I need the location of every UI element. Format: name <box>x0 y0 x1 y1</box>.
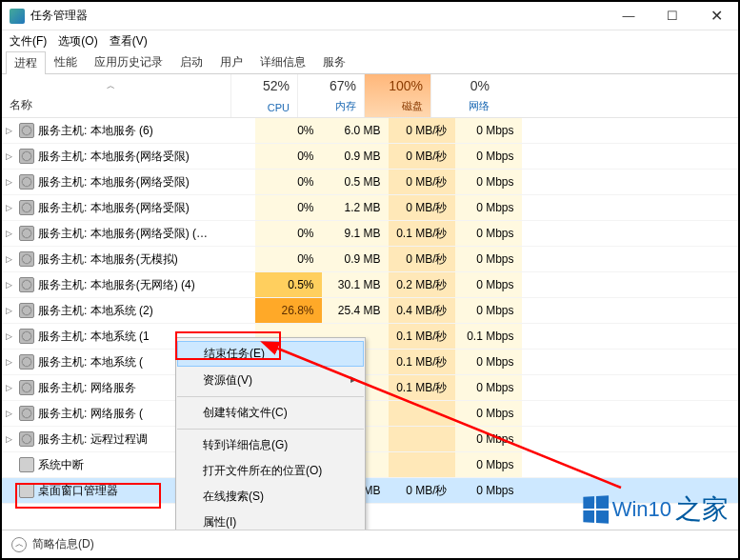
cell-network: 0 Mbps <box>455 401 522 426</box>
expand-icon[interactable]: ▷ <box>2 306 15 315</box>
column-headers: ︿ 名称 52%CPU67%内存100%磁盘0%网络 <box>2 74 738 118</box>
expand-icon[interactable]: ▷ <box>2 203 15 212</box>
titlebar: 任务管理器 — ☐ ✕ <box>2 2 738 30</box>
process-row[interactable]: ▷服务主机: 本地服务(网络受限)0%0.5 MB0 MB/秒0 Mbps <box>2 170 738 195</box>
menu-item[interactable]: 转到详细信息(G) <box>176 432 365 458</box>
cell-cpu: 0% <box>255 195 322 220</box>
cell-network: 0 Mbps <box>455 247 522 271</box>
process-row[interactable]: ▷服务主机: 本地服务(网络受限)0%1.2 MB0 MB/秒0 Mbps <box>2 195 738 221</box>
expand-icon[interactable]: ▷ <box>2 331 15 341</box>
expand-icon[interactable]: ▷ <box>2 357 15 367</box>
process-icon <box>19 277 34 292</box>
maximize-button[interactable]: ☐ <box>650 2 694 30</box>
column-metric-网络[interactable]: 0%网络 <box>430 74 497 117</box>
process-icon <box>19 406 34 421</box>
process-icon <box>19 200 34 215</box>
cell-cpu: 0% <box>255 118 322 143</box>
menu-item[interactable]: 在线搜索(S) <box>176 484 365 510</box>
expand-icon[interactable]: ▷ <box>2 229 15 238</box>
expand-icon[interactable]: ▷ <box>2 383 15 392</box>
footer: ︿ 简略信息(D) <box>2 530 738 558</box>
process-row[interactable]: ▷服务主机: 本地系统 (10.1 MB/秒0.1 Mbps <box>2 324 738 350</box>
windows-logo-icon <box>583 495 609 524</box>
process-row[interactable]: ▷服务主机: 远程过程调0 Mbps <box>2 427 738 452</box>
cell-network: 0 Mbps <box>455 375 522 400</box>
cell-network: 0 Mbps <box>455 452 522 477</box>
tab-6[interactable]: 服务 <box>314 50 354 73</box>
process-row[interactable]: ▷服务主机: 本地服务 (6)0%6.0 MB0 MB/秒0 Mbps <box>2 118 738 144</box>
tab-4[interactable]: 用户 <box>211 50 251 73</box>
process-icon <box>19 251 34 267</box>
cell-memory: 1.2 MB <box>322 195 389 220</box>
cell-network: 0 Mbps <box>455 195 522 220</box>
menu-item[interactable]: 资源值(V) <box>176 368 365 393</box>
process-row[interactable]: ▷服务主机: 本地服务(网络受限) (…0%9.1 MB0.1 MB/秒0 Mb… <box>2 221 738 247</box>
column-metric-内存[interactable]: 67%内存 <box>297 74 364 117</box>
process-row[interactable]: ▷服务主机: 网络服务0.1 MB/秒0 Mbps <box>2 375 738 401</box>
process-icon <box>19 431 34 447</box>
cell-network: 0 Mbps <box>455 118 522 143</box>
process-icon <box>19 354 34 370</box>
column-name[interactable]: ︿ 名称 <box>2 74 230 117</box>
cell-network: 0 Mbps <box>455 144 522 169</box>
cell-memory: 30.1 MB <box>322 272 389 297</box>
cell-cpu: 0% <box>255 170 322 194</box>
tab-5[interactable]: 详细信息 <box>251 50 314 73</box>
expand-icon[interactable]: ▷ <box>2 151 15 161</box>
menu-item[interactable]: 结束任务(E) <box>177 341 364 367</box>
minimize-button[interactable]: — <box>607 2 650 30</box>
process-name: 服务主机: 本地服务(网络受限) (… <box>38 226 255 242</box>
column-metric-CPU[interactable]: 52%CPU <box>230 74 297 117</box>
menu-file[interactable]: 文件(F) <box>10 33 47 50</box>
column-name-label: 名称 <box>10 97 32 113</box>
process-name: 服务主机: 本地系统 (2) <box>38 303 255 319</box>
watermark-text2: 之家 <box>675 491 729 528</box>
expand-icon[interactable]: ▷ <box>2 434 15 444</box>
process-row[interactable]: ▷服务主机: 本地服务(无网络) (4)0.5%30.1 MB0.2 MB/秒0… <box>2 272 738 298</box>
menu-view[interactable]: 查看(V) <box>110 33 148 50</box>
window-title: 任务管理器 <box>30 8 88 24</box>
process-row[interactable]: ▷服务主机: 网络服务 (0 Mbps <box>2 401 738 427</box>
process-name: 服务主机: 本地服务(网络受限) <box>38 200 255 216</box>
context-menu: 结束任务(E)资源值(V)创建转储文件(C)转到详细信息(G)打开文件所在的位置… <box>175 337 366 538</box>
cell-disk <box>389 427 455 451</box>
cell-network: 0 Mbps <box>455 272 522 297</box>
footer-label[interactable]: 简略信息(D) <box>32 536 94 552</box>
cell-network: 0 Mbps <box>455 478 522 503</box>
process-name: 服务主机: 本地服务(无模拟) <box>38 251 255 268</box>
close-button[interactable]: ✕ <box>694 2 738 30</box>
expand-icon[interactable]: ▷ <box>2 409 15 418</box>
expand-icon[interactable]: ▷ <box>2 254 15 264</box>
menubar: 文件(F) 选项(O) 查看(V) <box>2 30 738 51</box>
expand-icon[interactable]: ▷ <box>2 126 15 135</box>
cell-network: 0 Mbps <box>455 170 522 194</box>
cell-disk: 0 MB/秒 <box>389 247 455 271</box>
menu-item[interactable]: 创建转储文件(C) <box>176 400 365 426</box>
process-icon <box>19 303 34 318</box>
cell-memory: 0.5 MB <box>322 170 389 194</box>
expand-icon[interactable]: ▷ <box>2 280 15 290</box>
cell-network: 0 Mbps <box>455 350 522 374</box>
cell-cpu: 0% <box>255 221 322 246</box>
process-icon <box>19 380 34 395</box>
tab-2[interactable]: 应用历史记录 <box>86 50 171 73</box>
tab-0[interactable]: 进程 <box>6 51 46 74</box>
tabs: 进程性能应用历史记录启动用户详细信息服务 <box>2 51 738 74</box>
tab-3[interactable]: 启动 <box>171 50 211 73</box>
chevron-up-icon[interactable]: ︿ <box>11 537 27 552</box>
cell-cpu: 0% <box>255 247 322 271</box>
process-row[interactable]: ▷服务主机: 本地系统 (0.1 MB/秒0 Mbps <box>2 350 738 375</box>
column-metric-磁盘[interactable]: 100%磁盘 <box>364 74 430 117</box>
menu-item[interactable]: 打开文件所在的位置(O) <box>176 458 365 484</box>
process-row[interactable]: 系统中断0 Mbps <box>2 452 738 478</box>
process-row[interactable]: ▷服务主机: 本地服务(网络受限)0%0.9 MB0 MB/秒0 Mbps <box>2 144 738 170</box>
menu-options[interactable]: 选项(O) <box>58 33 97 50</box>
cell-disk <box>389 401 455 426</box>
process-row[interactable]: ▷服务主机: 本地系统 (2)26.8%25.4 MB0.4 MB/秒0 Mbp… <box>2 298 738 324</box>
expand-icon[interactable]: ▷ <box>2 177 15 187</box>
menu-separator <box>177 429 364 430</box>
tab-1[interactable]: 性能 <box>46 50 86 73</box>
cell-disk: 0 MB/秒 <box>389 118 455 143</box>
cell-disk: 0 MB/秒 <box>389 144 455 169</box>
process-row[interactable]: ▷服务主机: 本地服务(无模拟)0%0.9 MB0 MB/秒0 Mbps <box>2 247 738 272</box>
